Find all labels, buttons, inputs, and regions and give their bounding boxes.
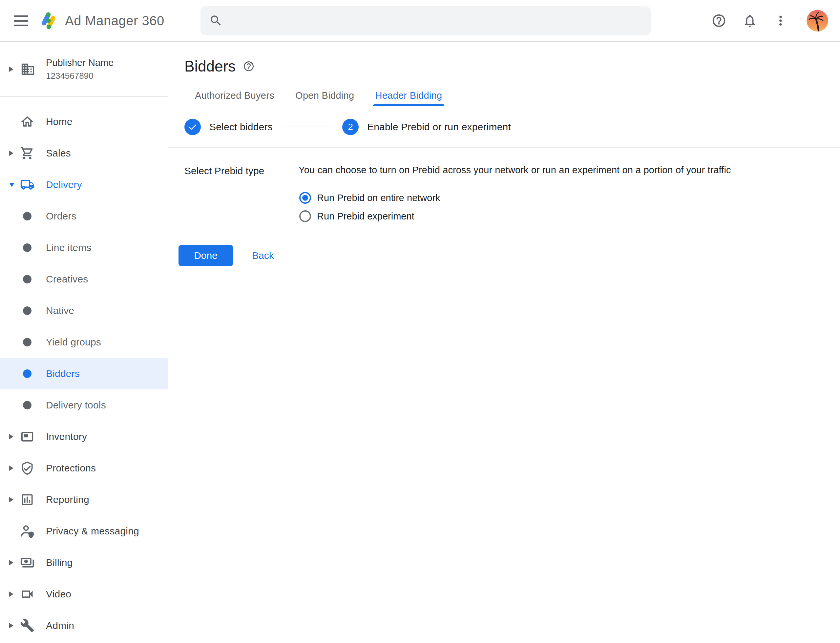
sidebar-nav: Home Sales Delivery Orders Line items (0, 97, 168, 641)
building-icon (20, 62, 36, 77)
sidebar-item-native[interactable]: Native (0, 295, 168, 326)
search-bar[interactable] (201, 6, 650, 35)
help-icon (711, 13, 726, 28)
top-app-bar: Ad Manager 360 (0, 0, 840, 42)
bell-icon (742, 13, 757, 28)
tab-header-bidding[interactable]: Header Bidding (364, 85, 453, 106)
radio-unselected-icon[interactable] (299, 210, 311, 222)
more-options-button[interactable] (772, 13, 789, 29)
step-enable-prebid[interactable]: 2 Enable Prebid or run experiment (342, 119, 511, 135)
help-button[interactable] (711, 13, 727, 29)
step2-number-badge: 2 (342, 119, 359, 135)
publisher-name: Publisher Name (46, 57, 114, 69)
publisher-id: 1234567890 (46, 70, 114, 82)
admin-expand-icon[interactable] (9, 623, 18, 628)
tab-bar: Authorized Buyers Open Bidding Header Bi… (168, 85, 840, 106)
sidebar-item-delivery[interactable]: Delivery (0, 169, 168, 201)
brand: Ad Manager 360 (39, 11, 164, 31)
done-button[interactable]: Done (178, 245, 233, 266)
radio-selected-icon[interactable] (299, 192, 311, 204)
home-icon (20, 114, 34, 129)
sidebar-item-delivery-tools[interactable]: Delivery tools (0, 389, 168, 421)
prebid-type-description: You can choose to turn on Prebid across … (299, 165, 840, 176)
app-title: Ad Manager 360 (65, 13, 164, 28)
avatar-palm-image (807, 10, 828, 31)
billing-expand-icon[interactable] (9, 560, 18, 565)
sidebar-item-yield-groups[interactable]: Yield groups (0, 326, 168, 358)
wrench-icon (20, 619, 34, 633)
more-vert-icon (773, 13, 788, 28)
videocam-icon (20, 587, 34, 601)
bullet-icon (23, 401, 31, 410)
back-button[interactable]: Back (250, 250, 276, 261)
select-prebid-type-label: Select Prebid type (185, 165, 299, 225)
search-input[interactable] (230, 6, 642, 35)
bullet-icon (23, 243, 31, 252)
video-expand-icon[interactable] (9, 591, 18, 597)
sidebar-item-bidders[interactable]: Bidders (0, 358, 168, 389)
prebid-type-section: Select Prebid type You can choose to tur… (185, 165, 840, 225)
publisher-switcher[interactable]: Publisher Name 1234567890 (0, 42, 168, 97)
report-chart-icon (20, 493, 34, 507)
stepper: Select bidders 2 Enable Prebid or run ex… (168, 106, 840, 148)
help-icon (243, 60, 255, 72)
truck-icon (20, 178, 34, 192)
notifications-button[interactable] (742, 13, 758, 29)
publisher-expand-icon[interactable] (9, 67, 18, 72)
page-title: Bidders (185, 57, 235, 75)
page-help-button[interactable] (243, 60, 255, 72)
bullet-icon (23, 369, 31, 378)
shield-check-icon (20, 461, 34, 475)
step1-check-icon (185, 119, 201, 135)
sidebar-item-creatives[interactable]: Creatives (0, 263, 168, 295)
sidebar-item-home[interactable]: Home (0, 106, 168, 137)
bullet-icon (23, 212, 31, 220)
sidebar: Publisher Name 1234567890 Home Sales Del… (0, 42, 168, 643)
step-select-bidders[interactable]: Select bidders (185, 119, 273, 135)
menu-icon[interactable] (11, 11, 31, 31)
avatar[interactable] (807, 10, 828, 31)
sidebar-item-inventory[interactable]: Inventory (0, 421, 168, 452)
bullet-icon (23, 338, 31, 346)
person-shield-icon (20, 524, 34, 539)
radio-run-prebid-entire-network[interactable]: Run Prebid on entire network (299, 189, 840, 207)
tab-open-bidding[interactable]: Open Bidding (285, 85, 364, 106)
tab-authorized-buyers[interactable]: Authorized Buyers (185, 85, 285, 106)
bullet-icon (23, 307, 31, 315)
payments-icon (20, 555, 34, 570)
main-content: Bidders Authorized Buyers Open Bidding H… (168, 42, 840, 643)
sidebar-item-video[interactable]: Video (0, 578, 168, 610)
radio-run-prebid-experiment[interactable]: Run Prebid experiment (299, 207, 840, 225)
sidebar-item-billing[interactable]: Billing (0, 547, 168, 578)
sidebar-item-protections[interactable]: Protections (0, 452, 168, 484)
prebid-type-radio-group: Run Prebid on entire network Run Prebid … (299, 189, 840, 225)
ad-manager-logo-icon (39, 11, 59, 31)
delivery-collapse-icon[interactable] (9, 183, 18, 187)
sidebar-item-reporting[interactable]: Reporting (0, 484, 168, 516)
reporting-expand-icon[interactable] (9, 497, 18, 502)
inventory-icon (20, 429, 34, 444)
sidebar-item-privacy-messaging[interactable]: Privacy & messaging (0, 516, 168, 547)
step-connector (281, 127, 334, 127)
sales-expand-icon[interactable] (9, 150, 18, 156)
bullet-icon (23, 275, 31, 284)
sidebar-item-line-items[interactable]: Line items (0, 232, 168, 263)
search-icon (209, 14, 223, 28)
cart-icon (20, 146, 34, 160)
sidebar-item-sales[interactable]: Sales (0, 137, 168, 169)
sidebar-item-admin[interactable]: Admin (0, 610, 168, 641)
inventory-expand-icon[interactable] (9, 434, 18, 439)
topbar-actions (711, 10, 828, 31)
protections-expand-icon[interactable] (9, 465, 18, 471)
sidebar-item-orders[interactable]: Orders (0, 201, 168, 232)
